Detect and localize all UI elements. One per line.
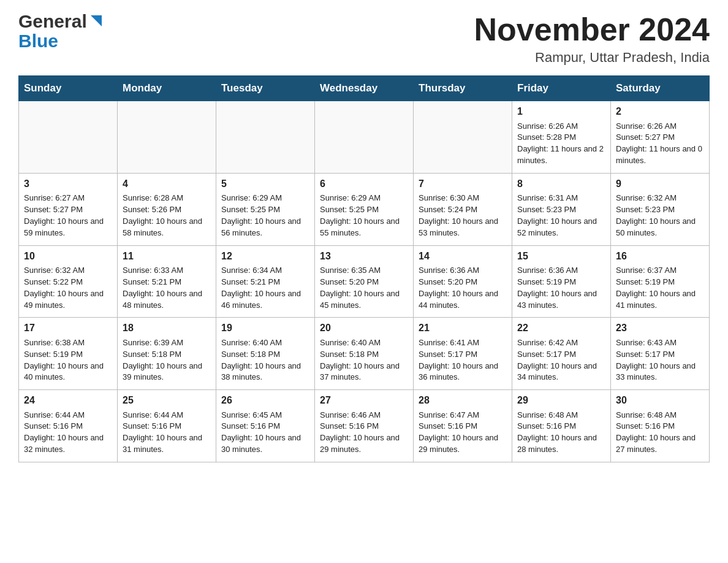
day-number: 12 xyxy=(221,250,309,263)
day-info: Sunrise: 6:40 AMSunset: 5:18 PMDaylight:… xyxy=(221,338,301,382)
logo: General Blue xyxy=(18,12,103,52)
day-info: Sunrise: 6:48 AMSunset: 5:16 PMDaylight:… xyxy=(616,410,696,454)
logo-blue-text: Blue xyxy=(18,31,58,51)
day-cell: 30Sunrise: 6:48 AMSunset: 5:16 PMDayligh… xyxy=(611,390,710,462)
day-info: Sunrise: 6:41 AMSunset: 5:17 PMDaylight:… xyxy=(419,338,498,382)
day-number: 3 xyxy=(24,177,112,191)
day-cell: 25Sunrise: 6:44 AMSunset: 5:16 PMDayligh… xyxy=(118,390,216,462)
day-info: Sunrise: 6:44 AMSunset: 5:16 PMDaylight:… xyxy=(123,410,202,454)
day-number: 30 xyxy=(616,394,704,407)
day-info: Sunrise: 6:45 AMSunset: 5:16 PMDaylight:… xyxy=(221,410,301,454)
day-number: 4 xyxy=(123,177,211,191)
day-info: Sunrise: 6:37 AMSunset: 5:19 PMDaylight:… xyxy=(616,266,696,310)
day-cell xyxy=(216,101,315,174)
day-number: 20 xyxy=(320,321,408,335)
day-cell: 1Sunrise: 6:26 AMSunset: 5:28 PMDaylight… xyxy=(512,101,611,174)
day-cell: 17Sunrise: 6:38 AMSunset: 5:19 PMDayligh… xyxy=(19,318,118,390)
header-tuesday: Tuesday xyxy=(216,76,315,101)
day-info: Sunrise: 6:40 AMSunset: 5:18 PMDaylight:… xyxy=(320,338,400,382)
day-info: Sunrise: 6:36 AMSunset: 5:20 PMDaylight:… xyxy=(419,266,498,310)
day-cell: 14Sunrise: 6:36 AMSunset: 5:20 PMDayligh… xyxy=(414,245,512,318)
day-info: Sunrise: 6:26 AMSunset: 5:27 PMDaylight:… xyxy=(616,121,702,166)
day-info: Sunrise: 6:38 AMSunset: 5:19 PMDaylight:… xyxy=(24,338,104,382)
day-cell: 2Sunrise: 6:26 AMSunset: 5:27 PMDaylight… xyxy=(611,101,710,174)
day-cell: 26Sunrise: 6:45 AMSunset: 5:16 PMDayligh… xyxy=(216,390,315,462)
calendar-table: SundayMondayTuesdayWednesdayThursdayFrid… xyxy=(18,75,710,462)
day-cell: 13Sunrise: 6:35 AMSunset: 5:20 PMDayligh… xyxy=(315,245,414,318)
day-cell xyxy=(19,101,118,174)
logo-general-text: General xyxy=(18,12,87,31)
day-info: Sunrise: 6:47 AMSunset: 5:16 PMDaylight:… xyxy=(419,410,498,454)
day-number: 17 xyxy=(24,321,112,335)
day-number: 27 xyxy=(320,394,408,407)
day-number: 16 xyxy=(616,250,704,263)
day-info: Sunrise: 6:46 AMSunset: 5:16 PMDaylight:… xyxy=(320,410,400,454)
day-info: Sunrise: 6:42 AMSunset: 5:17 PMDaylight:… xyxy=(517,338,597,382)
day-info: Sunrise: 6:26 AMSunset: 5:28 PMDaylight:… xyxy=(517,121,604,166)
day-info: Sunrise: 6:36 AMSunset: 5:19 PMDaylight:… xyxy=(517,266,597,310)
day-cell: 12Sunrise: 6:34 AMSunset: 5:21 PMDayligh… xyxy=(216,245,315,318)
day-cell xyxy=(315,101,414,174)
day-cell: 9Sunrise: 6:32 AMSunset: 5:23 PMDaylight… xyxy=(611,173,710,245)
day-cell: 24Sunrise: 6:44 AMSunset: 5:16 PMDayligh… xyxy=(19,390,118,462)
day-number: 7 xyxy=(419,177,507,191)
day-cell: 18Sunrise: 6:39 AMSunset: 5:18 PMDayligh… xyxy=(118,318,216,390)
day-info: Sunrise: 6:30 AMSunset: 5:24 PMDaylight:… xyxy=(419,193,498,237)
day-info: Sunrise: 6:44 AMSunset: 5:16 PMDaylight:… xyxy=(24,410,104,454)
day-number: 1 xyxy=(517,105,605,118)
week-row-5: 24Sunrise: 6:44 AMSunset: 5:16 PMDayligh… xyxy=(19,390,710,462)
day-number: 8 xyxy=(517,177,605,191)
week-row-1: 1Sunrise: 6:26 AMSunset: 5:28 PMDaylight… xyxy=(19,101,710,174)
day-number: 15 xyxy=(517,250,605,263)
day-number: 2 xyxy=(616,105,704,118)
svg-marker-0 xyxy=(91,15,102,26)
day-info: Sunrise: 6:34 AMSunset: 5:21 PMDaylight:… xyxy=(221,266,301,310)
day-number: 14 xyxy=(419,250,507,263)
day-cell xyxy=(118,101,216,174)
day-info: Sunrise: 6:28 AMSunset: 5:26 PMDaylight:… xyxy=(123,193,202,237)
day-number: 10 xyxy=(24,250,112,263)
day-number: 29 xyxy=(517,394,605,407)
day-info: Sunrise: 6:32 AMSunset: 5:22 PMDaylight:… xyxy=(24,266,104,310)
day-cell: 28Sunrise: 6:47 AMSunset: 5:16 PMDayligh… xyxy=(414,390,512,462)
title-area: November 2024 Rampur, Uttar Pradesh, Ind… xyxy=(474,12,710,66)
month-title: November 2024 xyxy=(474,12,710,47)
day-cell: 29Sunrise: 6:48 AMSunset: 5:16 PMDayligh… xyxy=(512,390,611,462)
header-friday: Friday xyxy=(512,76,611,101)
day-number: 13 xyxy=(320,250,408,263)
day-info: Sunrise: 6:35 AMSunset: 5:20 PMDaylight:… xyxy=(320,266,400,310)
week-row-4: 17Sunrise: 6:38 AMSunset: 5:19 PMDayligh… xyxy=(19,318,710,390)
day-cell: 23Sunrise: 6:43 AMSunset: 5:17 PMDayligh… xyxy=(611,318,710,390)
day-number: 19 xyxy=(221,321,309,335)
day-cell: 15Sunrise: 6:36 AMSunset: 5:19 PMDayligh… xyxy=(512,245,611,318)
header-sunday: Sunday xyxy=(19,76,118,101)
day-number: 23 xyxy=(616,321,704,335)
day-cell: 8Sunrise: 6:31 AMSunset: 5:23 PMDaylight… xyxy=(512,173,611,245)
day-number: 28 xyxy=(419,394,507,407)
day-cell: 11Sunrise: 6:33 AMSunset: 5:21 PMDayligh… xyxy=(118,245,216,318)
page-header: General Blue November 2024 Rampur, Uttar… xyxy=(18,12,710,66)
day-info: Sunrise: 6:29 AMSunset: 5:25 PMDaylight:… xyxy=(221,193,301,237)
day-cell: 16Sunrise: 6:37 AMSunset: 5:19 PMDayligh… xyxy=(611,245,710,318)
header-saturday: Saturday xyxy=(611,76,710,101)
day-cell: 5Sunrise: 6:29 AMSunset: 5:25 PMDaylight… xyxy=(216,173,315,245)
day-info: Sunrise: 6:29 AMSunset: 5:25 PMDaylight:… xyxy=(320,193,400,237)
day-number: 24 xyxy=(24,394,112,407)
day-cell: 10Sunrise: 6:32 AMSunset: 5:22 PMDayligh… xyxy=(19,245,118,318)
location-title: Rampur, Uttar Pradesh, India xyxy=(474,50,710,66)
day-cell: 7Sunrise: 6:30 AMSunset: 5:24 PMDaylight… xyxy=(414,173,512,245)
day-cell: 22Sunrise: 6:42 AMSunset: 5:17 PMDayligh… xyxy=(512,318,611,390)
day-info: Sunrise: 6:39 AMSunset: 5:18 PMDaylight:… xyxy=(123,338,202,382)
day-cell: 4Sunrise: 6:28 AMSunset: 5:26 PMDaylight… xyxy=(118,173,216,245)
day-info: Sunrise: 6:43 AMSunset: 5:17 PMDaylight:… xyxy=(616,338,696,382)
day-number: 21 xyxy=(419,321,507,335)
day-cell: 21Sunrise: 6:41 AMSunset: 5:17 PMDayligh… xyxy=(414,318,512,390)
day-info: Sunrise: 6:27 AMSunset: 5:27 PMDaylight:… xyxy=(24,193,104,237)
day-number: 26 xyxy=(221,394,309,407)
day-number: 9 xyxy=(616,177,704,191)
day-number: 22 xyxy=(517,321,605,335)
day-cell: 20Sunrise: 6:40 AMSunset: 5:18 PMDayligh… xyxy=(315,318,414,390)
day-info: Sunrise: 6:33 AMSunset: 5:21 PMDaylight:… xyxy=(123,266,202,310)
day-info: Sunrise: 6:31 AMSunset: 5:23 PMDaylight:… xyxy=(517,193,597,237)
day-number: 5 xyxy=(221,177,309,191)
